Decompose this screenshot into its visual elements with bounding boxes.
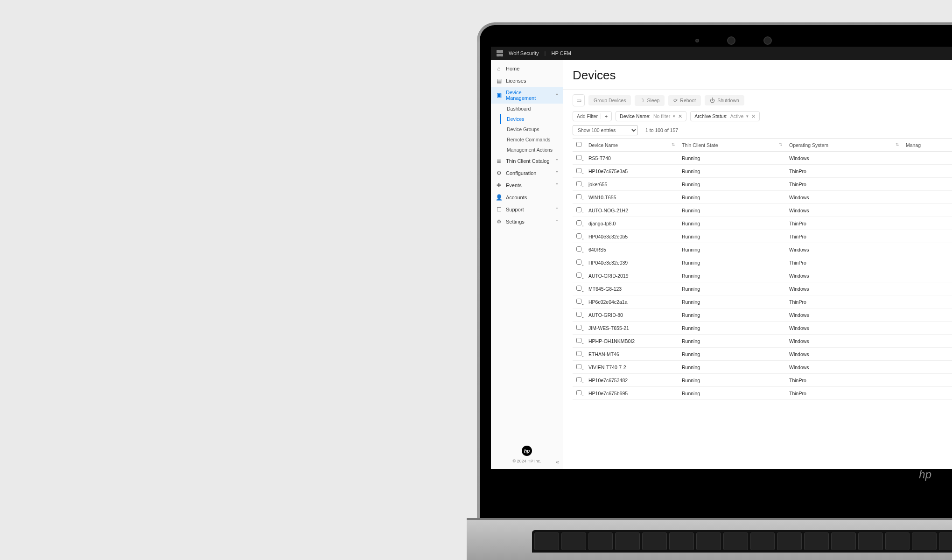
cell-state: Running bbox=[678, 230, 785, 243]
row-checkbox[interactable] bbox=[573, 165, 585, 178]
sidebar-subitem-dashboard[interactable]: Dashboard bbox=[500, 104, 563, 114]
col-os[interactable]: Operating System⇅ bbox=[785, 139, 902, 152]
select-all-header[interactable] bbox=[573, 139, 585, 152]
page-header: Devices bbox=[563, 60, 952, 90]
table-row[interactable]: WIN10-T655RunningWindows bbox=[573, 191, 952, 204]
table-row[interactable]: AUTO-GRID-2019RunningWindows bbox=[573, 269, 952, 282]
filter-chip[interactable]: Archive Status: Active▾✕ bbox=[690, 111, 760, 121]
brand-app-1[interactable]: Wolf Security bbox=[509, 50, 539, 56]
table-row[interactable]: ETHAN-MT46RunningWindows bbox=[573, 348, 952, 361]
cell-os: Windows bbox=[785, 204, 902, 217]
row-checkbox[interactable] bbox=[573, 204, 585, 217]
cell-manag bbox=[902, 361, 952, 374]
sidebar-collapse-icon[interactable]: « bbox=[556, 459, 559, 465]
device-icon: ▣ bbox=[496, 92, 502, 98]
table-row[interactable]: HP10e7c675b695RunningThinPro bbox=[573, 387, 952, 400]
col-manag[interactable]: Manag bbox=[902, 139, 952, 152]
row-checkbox[interactable] bbox=[573, 191, 585, 204]
row-checkbox[interactable] bbox=[573, 295, 585, 308]
cell-device-name: MT645-G8-123 bbox=[585, 282, 678, 295]
row-checkbox[interactable] bbox=[573, 335, 585, 348]
support-icon: ☐ bbox=[496, 206, 502, 213]
shutdown-button[interactable]: ⏻ Shutdown bbox=[705, 95, 744, 105]
events-icon: ✚ bbox=[496, 182, 502, 189]
row-checkbox[interactable] bbox=[573, 282, 585, 295]
card-view-icon[interactable]: ▭ bbox=[573, 94, 585, 106]
chevron-down-icon: ˅ bbox=[556, 219, 558, 224]
row-checkbox[interactable] bbox=[573, 152, 585, 165]
sidebar-subitem-device-groups[interactable]: Device Groups bbox=[500, 124, 563, 134]
table-row[interactable]: MT645-G8-123RunningWindows bbox=[573, 282, 952, 295]
row-checkbox[interactable] bbox=[573, 230, 585, 243]
entries-select[interactable]: Show 100 entries bbox=[573, 125, 638, 135]
table-row[interactable]: RS5-T740RunningWindows bbox=[573, 152, 952, 165]
table-row[interactable]: django-tp8.0RunningThinPro bbox=[573, 217, 952, 230]
screen: Wolf Security | HP CEM ⌂Home▤Licenses▣De… bbox=[491, 47, 952, 469]
table-row[interactable]: joker655RunningThinPro bbox=[573, 178, 952, 191]
add-filter-button[interactable]: Add Filter + bbox=[573, 111, 612, 121]
row-checkbox[interactable] bbox=[573, 387, 585, 400]
row-checkbox[interactable] bbox=[573, 217, 585, 230]
row-checkbox[interactable] bbox=[573, 256, 585, 269]
sidebar-item-configuration[interactable]: ⚙Configuration˅ bbox=[491, 167, 563, 179]
table-row[interactable]: HPHP-OH1NKMB0I2RunningWindows bbox=[573, 335, 952, 348]
row-checkbox[interactable] bbox=[573, 308, 585, 322]
cell-manag bbox=[902, 295, 952, 308]
brand-app-2[interactable]: HP CEM bbox=[551, 50, 571, 56]
col-state[interactable]: Thin Client State⇅ bbox=[678, 139, 785, 152]
sidebar-item-settings[interactable]: ⚙Settings˅ bbox=[491, 216, 563, 228]
sidebar-footer: hp © 2024 HP Inc. « bbox=[491, 440, 563, 469]
cell-manag bbox=[902, 217, 952, 230]
table-row[interactable]: AUTO-GRID-80RunningWindows bbox=[573, 308, 952, 322]
sleep-button[interactable]: ☽ Sleep bbox=[635, 95, 665, 106]
row-checkbox[interactable] bbox=[573, 374, 585, 387]
row-checkbox[interactable] bbox=[573, 269, 585, 282]
cell-device-name: joker655 bbox=[585, 178, 678, 191]
row-checkbox[interactable] bbox=[573, 322, 585, 335]
col-device-name[interactable]: Device Name⇅ bbox=[585, 139, 678, 152]
group-devices-button[interactable]: Group Devices bbox=[588, 95, 631, 105]
close-icon[interactable]: ✕ bbox=[751, 113, 756, 119]
table-row[interactable]: 640RS5RunningWindows bbox=[573, 243, 952, 256]
cell-device-name: JIM-WES-T655-21 bbox=[585, 322, 678, 335]
sidebar-item-accounts[interactable]: 👤Accounts bbox=[491, 191, 563, 203]
row-checkbox[interactable] bbox=[573, 178, 585, 191]
row-checkbox[interactable] bbox=[573, 243, 585, 256]
filter-chip[interactable]: Device Name: No filter▾✕ bbox=[616, 111, 686, 121]
sidebar-subitem-management-actions[interactable]: Management Actions bbox=[500, 145, 563, 155]
cell-manag bbox=[902, 178, 952, 191]
row-checkbox[interactable] bbox=[573, 361, 585, 374]
table-row[interactable]: HP040e3c32e0b5RunningThinPro bbox=[573, 230, 952, 243]
filter-row: Add Filter + Device Name: No filter▾✕Arc… bbox=[573, 111, 952, 121]
table-row[interactable]: HP10e7c6753482RunningThinPro bbox=[573, 374, 952, 387]
reboot-button[interactable]: ⟳ Reboot bbox=[668, 95, 701, 106]
row-checkbox[interactable] bbox=[573, 348, 585, 361]
chevron-down-icon: ˅ bbox=[556, 159, 558, 164]
sidebar-subitem-devices[interactable]: Devices bbox=[500, 114, 563, 124]
table-row[interactable]: AUTO-NOG-21H2RunningWindows bbox=[573, 204, 952, 217]
apps-icon[interactable] bbox=[497, 50, 503, 56]
cell-os: Windows bbox=[785, 152, 902, 165]
power-icon: ⏻ bbox=[710, 98, 715, 103]
sidebar-item-home[interactable]: ⌂Home bbox=[491, 63, 563, 75]
reboot-icon: ⟳ bbox=[673, 98, 678, 104]
table-row[interactable]: HP10e7c675e3a5RunningThinPro bbox=[573, 165, 952, 178]
table-row[interactable]: VIVIEN-T740-7-2RunningWindows bbox=[573, 361, 952, 374]
table-row[interactable]: JIM-WES-T655-21RunningWindows bbox=[573, 322, 952, 335]
sidebar-item-device-management[interactable]: ▣Device Management˄ bbox=[491, 87, 563, 104]
table-row[interactable]: HP6c02e04c2a1aRunningThinPro bbox=[573, 295, 952, 308]
sidebar-item-thin-client-catalog[interactable]: ≣Thin Client Catalog˅ bbox=[491, 155, 563, 167]
sidebar-item-support[interactable]: ☐Support˅ bbox=[491, 203, 563, 216]
sidebar-item-licenses[interactable]: ▤Licenses bbox=[491, 75, 563, 87]
sidebar-subitem-remote-commands[interactable]: Remote Commands bbox=[500, 134, 563, 145]
sidebar-item-events[interactable]: ✚Events˅ bbox=[491, 179, 563, 191]
cell-device-name: HP6c02e04c2a1a bbox=[585, 295, 678, 308]
table-row[interactable]: HP040e3c32e039RunningThinPro bbox=[573, 256, 952, 269]
cell-state: Running bbox=[678, 374, 785, 387]
cell-os: Windows bbox=[785, 282, 902, 295]
cell-manag bbox=[902, 308, 952, 322]
table-header-row: Device Name⇅ Thin Client State⇅ Operatin… bbox=[573, 139, 952, 152]
close-icon[interactable]: ✕ bbox=[678, 113, 682, 119]
cell-state: Running bbox=[678, 256, 785, 269]
chevron-down-icon: ▾ bbox=[746, 114, 749, 119]
